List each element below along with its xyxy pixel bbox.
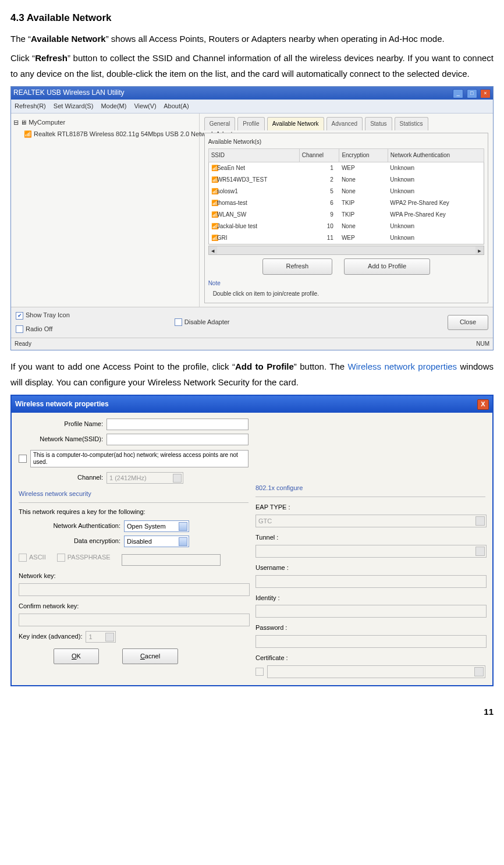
password-label: Password : xyxy=(255,622,485,634)
tab-statistics[interactable]: Statistics xyxy=(395,117,428,130)
menu-view[interactable]: View(V) xyxy=(134,102,156,109)
panel-label: Available Network(s) xyxy=(208,137,484,147)
tunnel-select xyxy=(255,545,487,558)
dialog-right-column: 802.1x configure EAP TYPE : GTC Tunnel :… xyxy=(255,419,485,678)
table-row[interactable]: 📶WR514WD3_TEST2NoneUnknown xyxy=(208,174,484,186)
minimize-icon[interactable]: _ xyxy=(453,89,463,98)
tree-adapter[interactable]: 📶 Realtek RTL8187B Wireless 802.11g 54Mb… xyxy=(13,129,197,140)
intro-para-2: Click “Refresh” button to collect the SS… xyxy=(10,50,494,81)
security-group-text: This network requires a key for the foll… xyxy=(19,506,249,518)
auth-select[interactable]: Open System xyxy=(124,520,189,532)
dialog-title: Wireless network properties xyxy=(15,398,109,411)
horizontal-scrollbar[interactable]: ◄ ► xyxy=(208,246,484,255)
table-row[interactable]: 📶WLAN_SW9TKIPWPA Pre-Shared Key xyxy=(208,209,484,221)
security-group-label: Wireless network security xyxy=(19,488,249,500)
tab-strip: General Profile Available Network Advanc… xyxy=(204,117,488,130)
signal-icon: 📶 xyxy=(211,175,217,185)
dialog-left-column: Profile Name: Network Name(SSID): This i… xyxy=(19,419,249,678)
menubar: Refresh(R) Set Wizard(S) Mode(M) View(V)… xyxy=(11,100,493,114)
ssid-input[interactable] xyxy=(107,434,249,445)
note-label: Note xyxy=(208,278,484,289)
bold-text: Refresh xyxy=(35,53,68,63)
maximize-icon[interactable]: □ xyxy=(467,89,477,98)
middle-paragraph: If you want to add one Access Point to t… xyxy=(10,359,494,390)
adhoc-checkbox[interactable] xyxy=(19,455,27,463)
text: If you want to add one Access Point to t… xyxy=(10,361,235,371)
eap-type-value: GTC xyxy=(256,517,274,524)
radio-off-checkbox[interactable]: Radio Off xyxy=(16,324,70,335)
menu-about[interactable]: About(A) xyxy=(164,102,189,109)
tab-general[interactable]: General xyxy=(204,117,236,130)
menu-mode[interactable]: Mode(M) xyxy=(101,102,126,109)
radio-off-label: Radio Off xyxy=(26,324,52,335)
text: ” button. The xyxy=(294,361,348,371)
right-pane: General Profile Available Network Advanc… xyxy=(200,114,493,307)
table-row[interactable]: 📶SeaEn Net1WEPUnknown xyxy=(208,162,484,175)
eap-type-select: GTC xyxy=(255,515,487,527)
channel-select: 1 (2412MHz) xyxy=(107,472,183,484)
signal-icon: 📶 xyxy=(211,198,217,208)
menu-refresh[interactable]: Refresh(R) xyxy=(15,102,46,109)
close-button[interactable]: Close xyxy=(448,315,488,330)
signal-icon: 📶 xyxy=(211,221,217,232)
signal-icon: 📶 xyxy=(211,186,217,197)
tab-available-network[interactable]: Available Network xyxy=(267,117,324,130)
certificate-checkbox xyxy=(255,668,264,676)
status-num: NUM xyxy=(476,339,489,349)
profile-name-label: Profile Name: xyxy=(19,419,103,430)
key-index-select: 1 xyxy=(86,631,116,643)
cancel-button[interactable]: Cacnel xyxy=(122,648,178,665)
close-icon[interactable]: × xyxy=(480,89,491,98)
table-row[interactable]: 📶solosw15NoneUnknown xyxy=(208,186,484,197)
note-text: Double click on item to join/create prof… xyxy=(213,289,484,299)
confirm-key-label: Confirm network key: xyxy=(19,601,249,612)
close-icon[interactable]: X xyxy=(477,399,489,410)
encryption-label: Data encryption: xyxy=(19,536,120,547)
tree-root[interactable]: ⊟ 🖥 MyComputer xyxy=(13,117,197,129)
tab-advanced[interactable]: Advanced xyxy=(326,117,363,130)
confirm-key-input xyxy=(19,614,250,626)
show-tray-label: Show Tray Icon xyxy=(26,310,70,321)
status-text: Ready xyxy=(15,339,31,349)
ssid-label: Network Name(SSID): xyxy=(19,434,103,445)
scroll-right-icon[interactable]: ► xyxy=(475,246,484,254)
table-row[interactable]: 📶thomas-test6TKIPWPA2 Pre-Shared Key xyxy=(208,197,484,209)
disable-adapter-checkbox[interactable]: Disable Adapter xyxy=(175,317,230,328)
identity-label: Identity : xyxy=(255,593,485,604)
identity-input xyxy=(255,605,487,618)
col-encryption[interactable]: Encryption xyxy=(339,149,388,162)
password-input xyxy=(255,635,487,648)
tree-root-label: MyComputer xyxy=(29,119,65,126)
available-networks-panel: Available Network(s) SSID Channel Encryp… xyxy=(204,133,488,303)
username-input xyxy=(255,575,487,588)
channel-label: Channel: xyxy=(19,472,103,484)
tunnel-label: Tunnel : xyxy=(255,532,485,544)
ascii-label: ASCII xyxy=(29,552,46,563)
col-channel[interactable]: Channel xyxy=(299,149,339,162)
col-auth[interactable]: Network Authentication xyxy=(388,149,484,162)
table-row[interactable]: 📶Jackal-blue test10NoneUnknown xyxy=(208,221,484,232)
add-to-profile-button[interactable]: Add to Profile xyxy=(344,258,430,275)
tab-status[interactable]: Status xyxy=(365,117,392,130)
show-tray-checkbox[interactable]: ✔Show Tray Icon xyxy=(16,310,70,321)
disable-adapter-label: Disable Adapter xyxy=(184,317,230,328)
refresh-button[interactable]: Refresh xyxy=(262,258,333,275)
scroll-left-icon[interactable]: ◄ xyxy=(209,246,217,254)
window-controls: _ □ × xyxy=(452,87,491,100)
passphrase-label: PASSPHRASE xyxy=(68,552,111,563)
ok-button[interactable]: OK xyxy=(54,648,99,665)
network-table: SSID Channel Encryption Network Authenti… xyxy=(208,148,484,244)
certificate-label: Certificate : xyxy=(255,653,485,664)
tab-profile[interactable]: Profile xyxy=(237,117,264,130)
encryption-select[interactable]: Disabled xyxy=(124,536,189,547)
intro-para-1: The “Available Network” shows all Access… xyxy=(10,31,494,47)
device-tree: ⊟ 🖥 MyComputer 📶 Realtek RTL8187B Wirele… xyxy=(11,114,200,307)
key-index-label: Key index (advanced): xyxy=(19,631,82,643)
menu-set-wizard[interactable]: Set Wizard(S) xyxy=(54,102,93,109)
table-row[interactable]: 📶GRI11WEPUnknown xyxy=(208,232,484,244)
wireless-properties-dialog: Wireless network properties X Profile Na… xyxy=(10,395,494,686)
username-label: Username : xyxy=(255,562,485,574)
profile-name-input[interactable] xyxy=(107,419,249,430)
window-title: REALTEK USB Wireless LAN Utility xyxy=(13,87,124,100)
col-ssid[interactable]: SSID xyxy=(208,149,299,162)
